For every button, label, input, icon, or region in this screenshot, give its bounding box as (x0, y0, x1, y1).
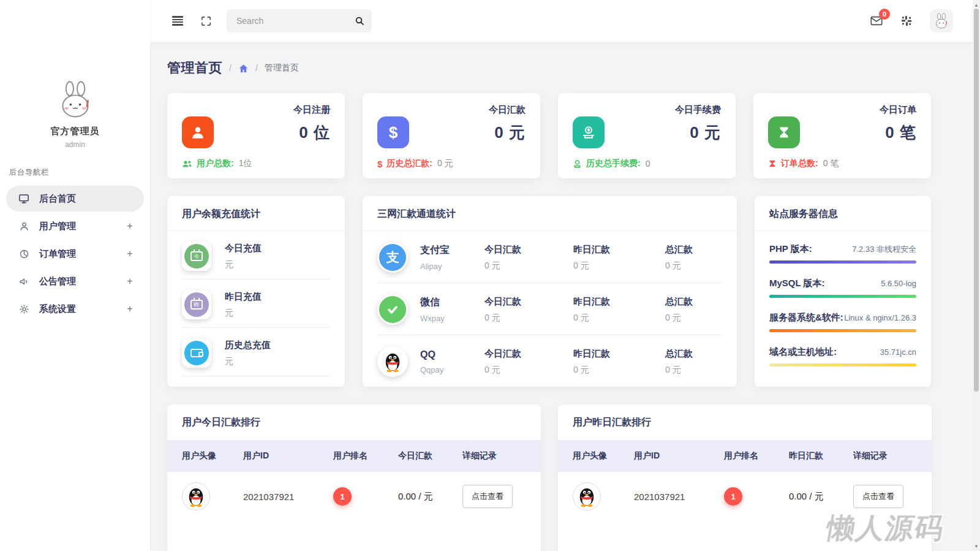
qq-penguin-icon (377, 346, 408, 377)
scroll-down-arrow[interactable]: ▼ (973, 542, 980, 550)
channel-subname: Qqpay (420, 365, 484, 374)
stat-card-register: 今日注册 0 位 用户总数: 1位 (167, 93, 345, 178)
channel-stat-label: 昨日汇款 (573, 296, 665, 308)
server-label: MySQL 版本: (769, 278, 825, 289)
channel-stat-value: 0 元 (573, 313, 665, 324)
sidebar-nav: 后台首页 用户管理 + 订单管理 + (0, 186, 150, 322)
server-info-card: 站点服务器信息 PHP 版本: 7.2.33 非线程安全 MySQL 版本: 5… (755, 196, 931, 387)
plus-icon: + (127, 303, 133, 315)
column-header: 用户ID (243, 450, 333, 462)
stat-title: 今日注册 (182, 104, 330, 116)
channel-stat-value: 0 元 (484, 365, 573, 376)
channel-name: QQ (420, 349, 484, 360)
apps-slack-icon[interactable] (900, 15, 913, 27)
table-row: 2021037921 1 0.00 / 元 点击查看 (167, 472, 541, 521)
table-header-row: 用户头像 用户ID 用户排名 昨日汇款 详细记录 (558, 440, 932, 472)
plus-icon: + (127, 220, 133, 232)
channel-subname: Wxpay (420, 314, 484, 323)
search-input[interactable] (236, 16, 355, 26)
view-details-button[interactable]: 点击查看 (462, 485, 513, 508)
hamburger-menu-icon[interactable] (170, 13, 186, 28)
speaker-icon (17, 276, 31, 287)
channel-stats-card: 三网汇款通道统计 支 支付宝 Alipay 今日汇款 0 元 昨日汇款 0 元 … (363, 196, 737, 387)
stat-card-fees: 今日手续费 0 元 历史总手续费: 0 (558, 93, 736, 178)
sidebar-item-orders[interactable]: 订单管理 + (6, 241, 144, 267)
scroll-up-arrow[interactable]: ▲ (973, 1, 980, 9)
channel-row-alipay: 支 支付宝 Alipay 今日汇款 0 元 昨日汇款 0 元 总汇款 0 元 (377, 231, 722, 283)
dollar-icon: $ (377, 116, 409, 148)
stat-card-orders: 今日订单 0 笔 订单总数: 0 笔 (753, 93, 931, 178)
stat-footer-label: 历史总手续费: (586, 158, 641, 169)
mail-badge: 0 (879, 9, 890, 20)
home-icon[interactable] (238, 63, 249, 74)
channel-row-qq: QQ Qqpay 今日汇款 0 元 昨日汇款 0 元 总汇款 0 元 (377, 335, 722, 387)
stat-card-remittance: 今日汇款 0 元 $ $ 历史总汇款: 0 元 (363, 93, 540, 178)
rabbit-avatar-icon (51, 80, 99, 120)
search-icon[interactable] (355, 16, 364, 26)
column-header: 详细记录 (462, 450, 526, 462)
user-name: 官方管理员 (0, 126, 150, 137)
users-icon (182, 159, 192, 169)
navbar-actions: 0 (870, 9, 953, 32)
rank-badge: 1 (724, 487, 742, 506)
sidebar-item-dashboard[interactable]: 后台首页 (6, 186, 144, 211)
scrollbar-thumb[interactable] (974, 9, 979, 392)
rabbit-avatar-icon (932, 13, 951, 29)
column-header: 今日汇款 (398, 450, 462, 462)
column-header: 用户ID (634, 450, 724, 462)
navbar-avatar[interactable] (930, 9, 953, 32)
card-title: 用户余额充值统计 (182, 208, 330, 221)
card-title: 用户今日汇款排行 (182, 416, 526, 429)
stat-footer-label: 历史总汇款: (386, 158, 432, 169)
coin-deposit-icon (573, 116, 605, 148)
channel-stat-value: 0 元 (484, 313, 573, 324)
table-row: 2021037921 1 0.00 / 元 点击查看 (558, 472, 932, 521)
table-header-row: 用户头像 用户ID 用户排名 今日汇款 详细记录 (167, 440, 541, 472)
column-header: 用户排名 (724, 450, 789, 462)
main-content: 管理首页 / / 管理首页 今日注册 0 位 (150, 42, 973, 551)
progress-bar (769, 295, 916, 298)
stat-footer-label: 用户总数: (197, 158, 234, 169)
column-header: 用户头像 (182, 450, 243, 462)
recharge-value: 元 (225, 356, 271, 367)
dollar-icon: $ (377, 159, 382, 169)
server-value: 7.2.33 非线程安全 (852, 244, 916, 255)
stat-cards-row: 今日注册 0 位 用户总数: 1位 (167, 93, 931, 178)
amount-cell: 0.00 / 元 (398, 491, 462, 503)
recharge-label: 历史总充值 (225, 340, 271, 351)
sidebar-item-announcements[interactable]: 公告管理 + (6, 268, 144, 294)
server-label: 服务器系统&软件: (769, 312, 843, 324)
view-details-button[interactable]: 点击查看 (853, 485, 903, 508)
channel-stat-value: 0 元 (484, 260, 573, 272)
sidebar-item-settings[interactable]: 系统设置 + (6, 296, 144, 322)
progress-bar (769, 260, 916, 264)
sidebar-item-label: 系统设置 (39, 303, 127, 315)
fullscreen-icon[interactable] (200, 15, 212, 27)
channel-subname: Alipay (420, 262, 484, 271)
breadcrumb: 管理首页 / / 管理首页 (167, 59, 931, 77)
page-scrollbar[interactable]: ▲ ▼ (973, 0, 980, 551)
server-value: 5.6.50-log (881, 279, 916, 288)
channel-stat-label: 昨日汇款 (573, 244, 665, 256)
channel-stat-value: 0 元 (665, 260, 722, 272)
card-title: 站点服务器信息 (769, 208, 916, 221)
middle-row: 用户余额充值统计 今 今日充值 元 昨 昨日充值 (167, 196, 931, 387)
sidebar-section-label: 后台导航栏 (0, 149, 150, 184)
column-header: 用户头像 (573, 450, 634, 462)
channel-stat-value: 0 元 (573, 260, 665, 272)
tables-row: 用户今日汇款排行 用户头像 用户ID 用户排名 今日汇款 详细记录 (167, 405, 932, 551)
stat-title: 今日汇款 (377, 104, 526, 116)
column-header: 用户排名 (333, 450, 398, 462)
sidebar-item-users[interactable]: 用户管理 + (6, 213, 144, 239)
mail-button[interactable]: 0 (870, 14, 883, 28)
server-value: 35.71jc.cn (880, 348, 916, 357)
stat-footer-value: 0 笔 (823, 158, 839, 169)
breadcrumb-separator: / (229, 63, 232, 73)
channel-stat-label: 今日汇款 (484, 348, 573, 360)
recharge-label: 昨日充值 (225, 291, 262, 303)
gear-icon (17, 304, 31, 314)
user-id-cell: 2021037921 (243, 492, 333, 502)
sidebar-item-label: 后台首页 (39, 193, 133, 205)
user-icon (182, 116, 214, 148)
user-avatar (51, 80, 99, 120)
